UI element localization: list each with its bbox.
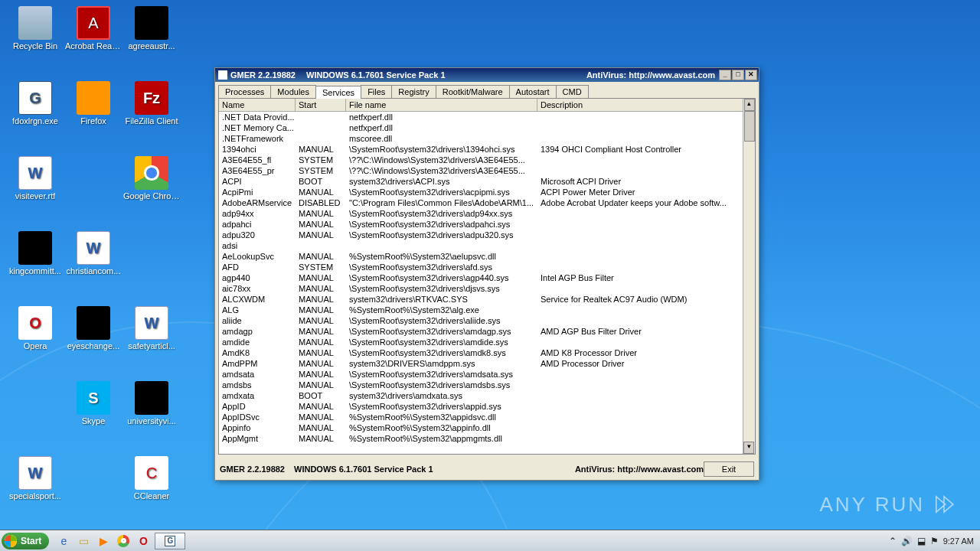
tab-autostart[interactable]: Autostart bbox=[509, 85, 557, 98]
desktop-icon[interactable]: SSkype bbox=[64, 381, 122, 444]
desktop-icon[interactable]: FzFileZilla Client bbox=[122, 81, 181, 144]
status-antivirus: AntiVirus: http://www.avast.com bbox=[575, 465, 704, 474]
list-row[interactable]: 1394ohciMANUAL\SystemRoot\system32\drive… bbox=[219, 144, 755, 155]
gmer-task-button[interactable]: G bbox=[155, 533, 185, 549]
list-row[interactable]: ALCXWDMMANUALsystem32\drivers\RTKVAC.SYS… bbox=[219, 294, 755, 305]
col-start[interactable]: Start bbox=[296, 99, 346, 111]
flag-icon[interactable]: ⚑ bbox=[930, 536, 939, 546]
list-row[interactable]: agp440MANUAL\SystemRoot\system32\drivers… bbox=[219, 272, 755, 283]
list-row[interactable]: AcpiPmiMANUAL\SystemRoot\system32\driver… bbox=[219, 187, 755, 197]
play-icon bbox=[931, 491, 957, 517]
list-row[interactable]: amdagpMANUAL\SystemRoot\system32\drivers… bbox=[219, 326, 755, 337]
col-file[interactable]: File name bbox=[346, 99, 537, 111]
tab-strip: ProcessesModulesServicesFilesRegistryRoo… bbox=[215, 82, 759, 98]
close-button[interactable]: ✕ bbox=[745, 70, 757, 80]
desktop-icon[interactable]: Firefox bbox=[64, 81, 122, 144]
scroll-down-button[interactable]: ▾ bbox=[743, 442, 754, 454]
list-row[interactable]: ALGMANUAL%SystemRoot%\System32\alg.exe bbox=[219, 305, 755, 315]
start-button[interactable]: Start bbox=[2, 533, 49, 549]
list-row[interactable]: AmdPPMMANUALsystem32\DRIVERS\amdppm.sysA… bbox=[219, 358, 755, 369]
status-os: WINDOWS 6.1.7601 Service Pack 1 bbox=[294, 465, 433, 474]
list-row[interactable]: AppIDSvcMANUAL%SystemRoot%\System32\appi… bbox=[219, 412, 755, 422]
tab-modules[interactable]: Modules bbox=[270, 85, 316, 98]
list-row[interactable]: aliideMANUAL\SystemRoot\system32\drivers… bbox=[219, 315, 755, 326]
list-row[interactable]: amdsbsMANUAL\SystemRoot\system32\drivers… bbox=[219, 380, 755, 390]
tab-processes[interactable]: Processes bbox=[218, 85, 271, 98]
list-row[interactable]: adpahciMANUAL\SystemRoot\system32\driver… bbox=[219, 219, 755, 230]
tab-cmd[interactable]: CMD bbox=[556, 85, 589, 98]
minimize-button[interactable]: _ bbox=[719, 70, 731, 80]
desktop-icon[interactable]: Wvisitever.rtf bbox=[6, 156, 64, 219]
scroll-thumb[interactable] bbox=[744, 111, 755, 142]
desktop-icon[interactable]: OOpera bbox=[6, 306, 64, 369]
desktop-icon[interactable]: eyeschange... bbox=[64, 306, 122, 369]
tab-services[interactable]: Services bbox=[315, 86, 361, 99]
desktop-icon[interactable]: CCCleaner bbox=[122, 456, 181, 519]
ie-icon[interactable]: e bbox=[55, 533, 72, 549]
chrome-taskbar-icon[interactable] bbox=[115, 533, 132, 549]
opera-taskbar-icon[interactable]: O bbox=[135, 533, 152, 549]
services-list: Name Start File name Description .NET Da… bbox=[218, 98, 756, 455]
tab-registry[interactable]: Registry bbox=[391, 85, 436, 98]
desktop-icon[interactable]: agreeaustr... bbox=[122, 6, 181, 69]
list-row[interactable]: adpu320MANUAL\SystemRoot\system32\driver… bbox=[219, 230, 755, 240]
tray-app-icon[interactable]: ⬓ bbox=[917, 536, 926, 546]
desktop-icon[interactable]: Recycle Bin bbox=[6, 6, 64, 69]
tab-files[interactable]: Files bbox=[361, 85, 392, 98]
wmp-icon[interactable]: ▶ bbox=[95, 533, 112, 549]
scroll-up-button[interactable]: ▴ bbox=[744, 99, 755, 111]
list-row[interactable]: AFDSYSTEM\SystemRoot\system32\drivers\af… bbox=[219, 262, 755, 272]
col-name[interactable]: Name bbox=[219, 99, 296, 111]
desktop-icon[interactable]: Google Chrome bbox=[122, 156, 181, 219]
list-row[interactable]: AppMgmtMANUAL%SystemRoot%\System32\appmg… bbox=[219, 433, 755, 444]
list-row[interactable]: aic78xxMANUAL\SystemRoot\system32\driver… bbox=[219, 283, 755, 294]
explorer-icon[interactable]: ▭ bbox=[75, 533, 92, 549]
list-row[interactable]: .NETFrameworkmscoree.dll bbox=[219, 133, 755, 144]
list-row[interactable]: adp94xxMANUAL\SystemRoot\system32\driver… bbox=[219, 208, 755, 219]
list-row[interactable]: AppinfoMANUAL%SystemRoot%\System32\appin… bbox=[219, 422, 755, 433]
maximize-button[interactable]: □ bbox=[732, 70, 744, 80]
desktop-icon[interactable]: AAcrobat Reader DC bbox=[64, 6, 122, 69]
title-antivirus: AntiVirus: http://www.avast.com bbox=[586, 70, 718, 80]
title-app: GMER 2.2.19882 bbox=[230, 70, 296, 80]
list-header: Name Start File name Description bbox=[219, 99, 755, 112]
list-row[interactable]: .NET Data Provid...netfxperf.dll bbox=[219, 112, 755, 122]
app-icon bbox=[218, 70, 227, 80]
tab-rootkitmalware[interactable]: Rootkit/Malware bbox=[436, 85, 510, 98]
scrollbar[interactable]: ▴ ▾ bbox=[743, 99, 755, 454]
desktop-icon[interactable]: Wsafetyarticl... bbox=[122, 306, 181, 369]
list-row[interactable]: amdideMANUAL\SystemRoot\system32\drivers… bbox=[219, 337, 755, 347]
desktop-icon[interactable]: Wspecialsport... bbox=[6, 456, 64, 519]
list-row[interactable]: ACPIBOOTsystem32\drivers\ACPI.sysMicroso… bbox=[219, 176, 755, 187]
desktop-icon[interactable]: universityvi... bbox=[122, 381, 181, 444]
list-row[interactable]: AppIDMANUAL\SystemRoot\system32\drivers\… bbox=[219, 401, 755, 412]
volume-icon[interactable]: 🔊 bbox=[901, 536, 913, 546]
exit-button[interactable]: Exit bbox=[704, 461, 754, 477]
list-row[interactable]: AdobeARMserviceDISABLED"C:\Program Files… bbox=[219, 197, 755, 208]
col-desc[interactable]: Description bbox=[537, 99, 755, 111]
desktop-icon[interactable]: kingcommitt... bbox=[6, 231, 64, 294]
clock[interactable]: 9:27 AM bbox=[943, 536, 974, 546]
status-app: GMER 2.2.19882 bbox=[220, 465, 285, 474]
list-row[interactable]: A3E64E55_flSYSTEM\??\C:\Windows\System32… bbox=[219, 155, 755, 165]
list-row[interactable]: amdsataMANUAL\SystemRoot\system32\driver… bbox=[219, 369, 755, 380]
list-row[interactable]: AeLookupSvcMANUAL%SystemRoot%\System32\a… bbox=[219, 251, 755, 262]
desktop-icon[interactable]: Gfdoxlrgn.exe bbox=[6, 81, 64, 144]
tray-chevron-icon[interactable]: ⌃ bbox=[889, 536, 897, 546]
windows-orb-icon bbox=[5, 535, 17, 547]
gmer-window: GMER 2.2.19882 WINDOWS 6.1.7601 Service … bbox=[214, 67, 760, 481]
list-row[interactable]: A3E64E55_prSYSTEM\??\C:\Windows\System32… bbox=[219, 165, 755, 176]
titlebar[interactable]: GMER 2.2.19882 WINDOWS 6.1.7601 Service … bbox=[215, 68, 759, 82]
list-row[interactable]: amdxataBOOTsystem32\drivers\amdxata.sys bbox=[219, 390, 755, 401]
title-os: WINDOWS 6.1.7601 Service Pack 1 bbox=[306, 70, 446, 80]
list-row[interactable]: AmdK8MANUAL\SystemRoot\system32\drivers\… bbox=[219, 347, 755, 358]
system-tray: ⌃ 🔊 ⬓ ⚑ 9:27 AM bbox=[884, 536, 978, 546]
anyrun-watermark: ANY RUN bbox=[819, 491, 957, 517]
desktop-icon[interactable]: Wchristiancom... bbox=[64, 231, 122, 294]
list-row[interactable]: .NET Memory Ca...netfxperf.dll bbox=[219, 122, 755, 133]
taskbar: Start e ▭ ▶ O G ⌃ 🔊 ⬓ ⚑ 9:27 AM bbox=[0, 530, 980, 551]
list-row[interactable]: adsi bbox=[219, 240, 755, 251]
